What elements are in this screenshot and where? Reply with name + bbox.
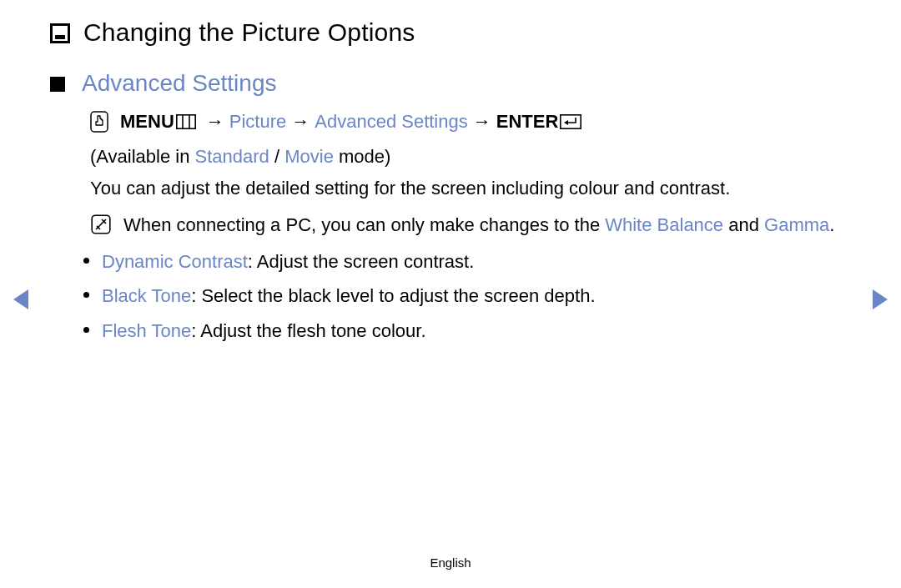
- path-advanced: Advanced Settings: [315, 108, 467, 135]
- list-item: Dynamic Contrast: Adjust the screen cont…: [83, 249, 851, 275]
- footer-language: English: [0, 555, 901, 570]
- enter-label: ENTER: [496, 108, 559, 135]
- svg-rect-2: [52, 25, 69, 43]
- note-text: When connecting a PC, you can only make …: [123, 212, 851, 239]
- feature-list: Dynamic Contrast: Adjust the screen cont…: [83, 249, 851, 345]
- section-row: Advanced Settings: [50, 70, 851, 97]
- section-heading: Advanced Settings: [82, 70, 277, 97]
- triangle-left-icon: [12, 288, 30, 311]
- path-picture: Picture: [229, 108, 286, 135]
- note-white-balance: White Balance: [605, 214, 723, 235]
- svg-marker-9: [564, 120, 568, 125]
- svg-line-11: [96, 219, 106, 229]
- prev-page-button[interactable]: [12, 288, 30, 311]
- note-icon: [90, 214, 112, 234]
- feature-term: Flesh Tone: [102, 320, 191, 341]
- feature-desc: : Adjust the flesh tone colour.: [191, 320, 425, 341]
- manual-page: Changing the Picture Options Advanced Se…: [0, 0, 901, 588]
- svg-rect-5: [177, 115, 195, 128]
- note-row: When connecting a PC, you can only make …: [90, 212, 851, 239]
- mode-movie: Movie: [284, 146, 334, 167]
- note-prefix: When connecting a PC, you can only make …: [123, 214, 605, 235]
- avail-sep: /: [269, 146, 284, 167]
- note-gamma: Gamma: [764, 214, 829, 235]
- note-mid: and: [723, 214, 764, 235]
- avail-suffix: mode): [334, 146, 390, 167]
- feature-desc: : Adjust the screen contrast.: [248, 251, 474, 272]
- chapter-bullet-icon: [50, 23, 70, 43]
- svg-rect-3: [55, 35, 65, 39]
- feature-term: Dynamic Contrast: [102, 251, 248, 272]
- list-item: Black Tone: Select the black level to ad…: [83, 283, 851, 309]
- arrow-2: →: [291, 108, 310, 135]
- page-title: Changing the Picture Options: [83, 18, 415, 47]
- next-page-button[interactable]: [871, 288, 889, 311]
- content-area: Changing the Picture Options Advanced Se…: [50, 18, 851, 353]
- mode-standard: Standard: [195, 146, 269, 167]
- svg-marker-0: [13, 289, 28, 309]
- availability-text: (Available in Standard / Movie mode): [90, 143, 851, 170]
- svg-marker-1: [873, 289, 888, 309]
- section-bullet-icon: [50, 77, 65, 92]
- svg-rect-4: [91, 112, 108, 132]
- triangle-right-icon: [871, 288, 889, 311]
- hand-icon: [90, 111, 108, 133]
- arrow-1: →: [206, 108, 224, 135]
- list-item: Flesh Tone: Adjust the flesh tone colour…: [83, 318, 851, 344]
- feature-desc: : Select the black level to adjust the s…: [191, 285, 595, 306]
- menu-path: MENU → Picture → Advanced Settings → ENT…: [90, 108, 851, 135]
- title-row: Changing the Picture Options: [50, 18, 851, 47]
- avail-prefix: (Available in: [90, 146, 195, 167]
- menu-grid-icon: [176, 114, 196, 129]
- arrow-3: →: [473, 108, 491, 135]
- menu-label: MENU: [120, 108, 174, 135]
- enter-icon: [560, 114, 581, 129]
- note-suffix: .: [829, 214, 834, 235]
- section-description: You can adjust the detailed setting for …: [90, 175, 851, 202]
- svg-rect-8: [561, 115, 581, 128]
- feature-term: Black Tone: [102, 285, 191, 306]
